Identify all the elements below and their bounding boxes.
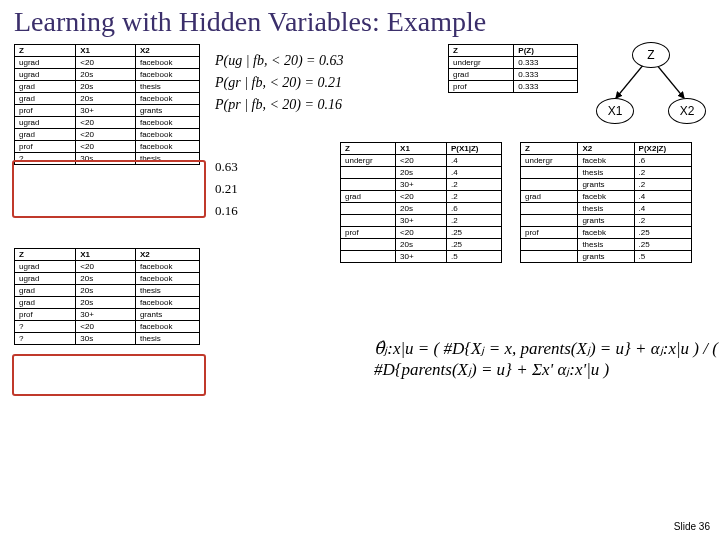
- table-row: grants.5: [521, 251, 692, 263]
- table-header-row: Z X2 P(X2|Z): [521, 143, 692, 155]
- table-row: undergr0.333: [449, 57, 578, 69]
- col-x2: X2: [135, 249, 199, 261]
- table-header-row: Z X1 X2: [15, 249, 200, 261]
- table-row: grants.2: [521, 215, 692, 227]
- table-row: grad20sfacebook: [15, 297, 200, 309]
- slide-content: Z X1 X2 ugrad<20facebook ugrad20sfaceboo…: [0, 38, 720, 538]
- posterior-values: 0.63 0.21 0.16: [215, 156, 238, 222]
- table-row: undergrfacebk.6: [521, 155, 692, 167]
- table-row: thesis.4: [521, 203, 692, 215]
- col-z: Z: [449, 45, 514, 57]
- node-z: Z: [632, 42, 670, 68]
- highlight-box-bottom: [12, 354, 206, 396]
- table-row: ?30sthesis: [15, 153, 200, 165]
- svg-line-0: [616, 64, 644, 98]
- table-row: grad<20.2: [341, 191, 502, 203]
- slide-number: Slide 36: [674, 521, 710, 532]
- map-formula: θ̂ⱼ:x|u = ( #D{Xⱼ = x, parents(Xⱼ) = u} …: [374, 338, 720, 380]
- col-x1: X1: [76, 45, 136, 57]
- posterior-formulas: P(ug | fb, < 20) = 0.63 P(gr | fb, < 20)…: [215, 50, 344, 116]
- cpt-x2-table: Z X2 P(X2|Z) undergrfacebk.6 thesis.2 gr…: [520, 142, 692, 263]
- table-row: 30+.2: [341, 179, 502, 191]
- table-row: prof30+grants: [15, 309, 200, 321]
- formula-line: P(pr | fb, < 20) = 0.16: [215, 94, 344, 116]
- table-row: grad<20facebook: [15, 129, 200, 141]
- table-row: prof<20facebook: [15, 141, 200, 153]
- table-row: gradfacebk.4: [521, 191, 692, 203]
- table-row: grad20sthesis: [15, 285, 200, 297]
- table-row: 30+.2: [341, 215, 502, 227]
- table-header-row: Z X1 P(X1|Z): [341, 143, 502, 155]
- table-row: ?30sthesis: [15, 333, 200, 345]
- table-row: undergr<20.4: [341, 155, 502, 167]
- table-row: grad0.333: [449, 69, 578, 81]
- col-z: Z: [15, 249, 76, 261]
- table-row: 20s.4: [341, 167, 502, 179]
- formula-line: P(gr | fb, < 20) = 0.21: [215, 72, 344, 94]
- bayes-net-diagram: Z X1 X2: [594, 42, 706, 132]
- formula-line: P(ug | fb, < 20) = 0.63: [215, 50, 344, 72]
- prior-table: Z P(Z) undergr0.333 grad0.333 prof0.333: [448, 44, 578, 93]
- slide-title: Learning with Hidden Variables: Example: [0, 0, 720, 38]
- data-table-bottom: Z X1 X2 ugrad<20facebook ugrad20sfaceboo…: [14, 248, 200, 345]
- col-x1: X1: [76, 249, 136, 261]
- node-x1: X1: [596, 98, 634, 124]
- svg-line-1: [656, 64, 684, 98]
- table-row: 30+.5: [341, 251, 502, 263]
- table-row: ?<20facebook: [15, 321, 200, 333]
- table-row: grants.2: [521, 179, 692, 191]
- table-row: prof<20.25: [341, 227, 502, 239]
- table-row: thesis.25: [521, 239, 692, 251]
- table-header-row: Z P(Z): [449, 45, 578, 57]
- table-row: ugrad<20facebook: [15, 57, 200, 69]
- table-row: thesis.2: [521, 167, 692, 179]
- table-row: 20s.6: [341, 203, 502, 215]
- highlight-box-top: [12, 160, 206, 218]
- table-row: 20s.25: [341, 239, 502, 251]
- col-z: Z: [15, 45, 76, 57]
- table-row: proffacebk.25: [521, 227, 692, 239]
- col-x2: X2: [135, 45, 199, 57]
- cpt-x1-table: Z X1 P(X1|Z) undergr<20.4 20s.4 30+.2 gr…: [340, 142, 502, 263]
- table-row: ugrad20sfacebook: [15, 69, 200, 81]
- table-row: ugrad20sfacebook: [15, 273, 200, 285]
- col-pz: P(Z): [514, 45, 578, 57]
- table-row: prof0.333: [449, 81, 578, 93]
- data-table-top: Z X1 X2 ugrad<20facebook ugrad20sfaceboo…: [14, 44, 200, 165]
- table-row: ugrad<20facebook: [15, 261, 200, 273]
- table-row: ugrad<20facebook: [15, 117, 200, 129]
- table-header-row: Z X1 X2: [15, 45, 200, 57]
- value-line: 0.16: [215, 200, 238, 222]
- table-row: prof30+grants: [15, 105, 200, 117]
- value-line: 0.63: [215, 156, 238, 178]
- node-x2: X2: [668, 98, 706, 124]
- table-row: grad20sthesis: [15, 81, 200, 93]
- table-row: grad20sfacebook: [15, 93, 200, 105]
- value-line: 0.21: [215, 178, 238, 200]
